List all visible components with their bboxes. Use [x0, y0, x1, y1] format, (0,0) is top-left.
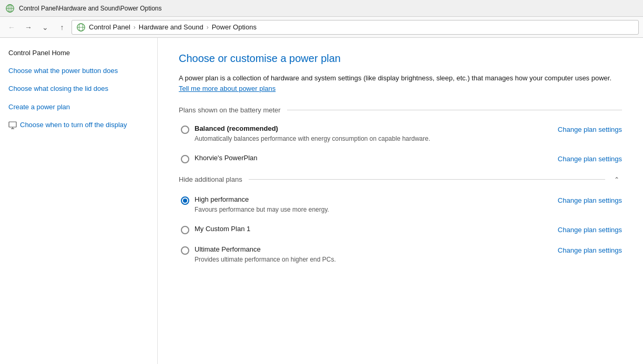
additional-plans-section-header: Hide additional plans ⌃ — [179, 174, 622, 185]
plan-name-khorvie: Khorvie's PowerPlan — [195, 154, 258, 162]
plan-name-custom: My Custom Plan 1 — [195, 225, 250, 233]
sidebar-item-create-plan[interactable]: Create a power plan — [8, 102, 149, 112]
main-area: Control Panel Home Choose what the power… — [0, 38, 643, 364]
sidebar-item-power-button[interactable]: Choose what the power button does — [8, 66, 149, 76]
breadcrumb-power-options[interactable]: Power Options — [212, 23, 257, 31]
plan-info-khorvie: Khorvie's PowerPlan — [195, 154, 258, 164]
breadcrumb-hardware-sound[interactable]: Hardware and Sound — [139, 23, 203, 31]
plan-left-custom: My Custom Plan 1 — [181, 225, 250, 235]
title-bar: Control Panel\Hardware and Sound\Power O… — [0, 0, 643, 17]
page-description: A power plan is a collection of hardware… — [179, 73, 622, 93]
recent-locations-button[interactable]: ⌄ — [38, 20, 53, 35]
plan-item-custom: My Custom Plan 1 Change plan settings — [179, 225, 622, 235]
plan-item-ultimate: Ultimate Performance Provides ultimate p… — [179, 245, 622, 264]
address-bar: ← → ⌄ ↑ Control Panel › Hardware and Sou… — [0, 17, 643, 38]
battery-meter-label: Plans shown on the battery meter — [179, 106, 281, 114]
sidebar-item-close-lid[interactable]: Choose what closing the lid does — [8, 84, 149, 93]
svg-rect-7 — [9, 122, 16, 127]
plan-settings-khorvie[interactable]: Change plan settings — [558, 155, 622, 163]
address-icon — [76, 23, 86, 32]
plan-item-khorvie: Khorvie's PowerPlan Change plan settings — [179, 154, 622, 164]
plan-left-ultimate: Ultimate Performance Provides ultimate p… — [181, 245, 336, 264]
plan-desc-ultimate: Provides ultimate performance on higher … — [195, 255, 336, 264]
plan-info-custom: My Custom Plan 1 — [195, 225, 250, 235]
page-title: Choose or customise a power plan — [179, 53, 622, 65]
plan-radio-khorvie[interactable] — [181, 155, 189, 163]
up-button[interactable]: ↑ — [55, 20, 69, 35]
battery-meter-section-header: Plans shown on the battery meter — [179, 106, 622, 114]
plan-radio-custom[interactable] — [181, 226, 189, 234]
plan-info-balanced: Balanced (recommended) Automatically bal… — [195, 124, 430, 143]
learn-more-link[interactable]: Tell me more about power plans — [179, 85, 275, 92]
plan-radio-ultimate[interactable] — [181, 246, 189, 255]
app-icon — [5, 4, 15, 13]
plan-item-balanced: Balanced (recommended) Automatically bal… — [179, 124, 622, 143]
breadcrumb-control-panel[interactable]: Control Panel — [89, 23, 130, 31]
plan-settings-high-performance[interactable]: Change plan settings — [558, 196, 622, 204]
display-icon — [8, 121, 17, 130]
plan-desc-high-performance: Favours performance but may use more ene… — [195, 205, 329, 214]
toggle-additional-plans-button[interactable]: ⌃ — [611, 174, 622, 185]
divider-line-2 — [249, 179, 605, 180]
plan-radio-balanced[interactable] — [181, 126, 189, 134]
sidebar-item-label: Create a power plan — [8, 102, 70, 112]
sidebar-item-control-panel-home[interactable]: Control Panel Home — [8, 48, 149, 58]
back-button[interactable]: ← — [4, 20, 19, 35]
plan-settings-ultimate[interactable]: Change plan settings — [558, 246, 622, 254]
plan-radio-high-performance[interactable] — [181, 196, 189, 205]
sidebar-item-label: Control Panel Home — [8, 48, 70, 58]
sidebar-item-label: Choose what the power button does — [8, 66, 118, 76]
sidebar-item-turn-off-display[interactable]: Choose when to turn off the display — [8, 120, 149, 130]
description-text: A power plan is a collection of hardware… — [179, 74, 611, 82]
plan-settings-custom[interactable]: Change plan settings — [558, 226, 622, 234]
plan-info-high-performance: High performance Favours performance but… — [195, 195, 329, 214]
sidebar-item-label: Choose what closing the lid does — [8, 84, 108, 93]
additional-plans-label: Hide additional plans — [179, 175, 242, 183]
plan-left-high-performance: High performance Favours performance but… — [181, 195, 329, 214]
plan-desc-balanced: Automatically balances performance with … — [195, 134, 430, 143]
plan-settings-balanced[interactable]: Change plan settings — [558, 126, 622, 133]
plan-info-ultimate: Ultimate Performance Provides ultimate p… — [195, 245, 336, 264]
plan-left-khorvie: Khorvie's PowerPlan — [181, 154, 258, 164]
address-box: Control Panel › Hardware and Sound › Pow… — [72, 20, 639, 35]
plan-left-balanced: Balanced (recommended) Automatically bal… — [181, 124, 430, 143]
plan-name-balanced: Balanced (recommended) — [195, 124, 430, 132]
sidebar: Control Panel Home Choose what the power… — [0, 38, 158, 364]
divider-line — [287, 110, 622, 110]
plan-name-ultimate: Ultimate Performance — [195, 245, 336, 253]
forward-button[interactable]: → — [21, 20, 36, 35]
sidebar-item-label: Choose when to turn off the display — [20, 120, 127, 130]
title-bar-text: Control Panel\Hardware and Sound\Power O… — [19, 5, 162, 12]
plan-name-high-performance: High performance — [195, 195, 329, 203]
main-content: Choose or customise a power plan A power… — [158, 38, 643, 364]
plan-item-high-performance: High performance Favours performance but… — [179, 195, 622, 214]
